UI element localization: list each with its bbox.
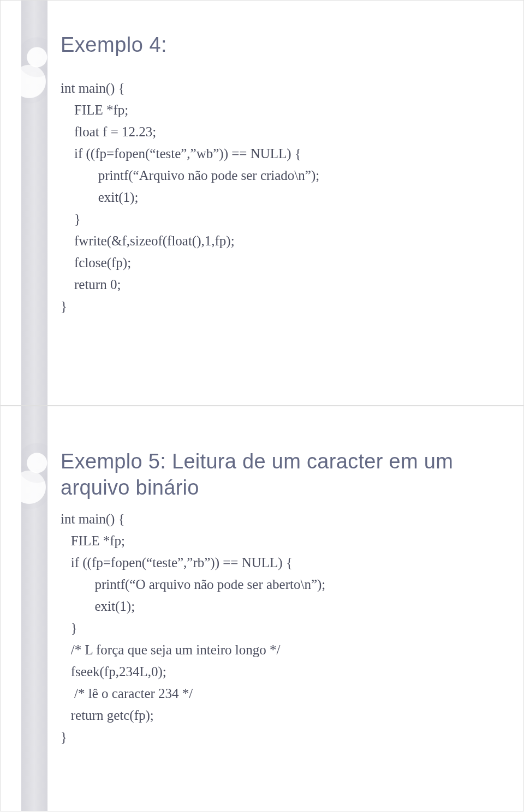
slide-decoration-sidebar — [21, 1, 47, 405]
code-line: return getc(fp); — [61, 705, 494, 726]
code-line: int main() { — [61, 77, 494, 99]
slide-2-code: int main() { FILE *fp; if ((fp=fopen(“te… — [61, 508, 494, 748]
slide-1-content: Exemplo 4: int main() { FILE *fp; float … — [61, 33, 494, 317]
slide-2: Exemplo 5: Leitura de um caracter em um … — [0, 406, 524, 811]
slide-decoration-sidebar — [21, 406, 47, 811]
code-line: printf(“Arquivo não pode ser criado\n”); — [61, 165, 494, 187]
code-line: FILE *fp; — [61, 530, 494, 552]
code-line: } — [61, 726, 494, 748]
code-line: /* L força que seja um inteiro longo */ — [61, 639, 494, 661]
code-line: } — [61, 208, 494, 230]
code-line: int main() { — [61, 508, 494, 530]
code-line: /* lê o caracter 234 */ — [61, 683, 494, 705]
code-line: printf(“O arquivo não pode ser aberto\n”… — [61, 574, 494, 596]
code-line: float f = 12.23; — [61, 121, 494, 143]
code-line: if ((fp=fopen(“teste”,”rb”)) == NULL) { — [61, 552, 494, 574]
slide-1-title: Exemplo 4: — [61, 33, 494, 57]
code-line: FILE *fp; — [61, 99, 494, 121]
slide-1-code: int main() { FILE *fp; float f = 12.23; … — [61, 77, 494, 317]
code-line: fclose(fp); — [61, 252, 494, 274]
code-line: } — [61, 617, 494, 639]
slide-2-title: Exemplo 5: Leitura de um caracter em um … — [61, 449, 494, 501]
code-line: return 0; — [61, 274, 494, 296]
code-line: fwrite(&f,sizeof(float(),1,fp); — [61, 230, 494, 252]
code-line: exit(1); — [61, 596, 494, 617]
code-line: exit(1); — [61, 187, 494, 208]
slide-1: Exemplo 4: int main() { FILE *fp; float … — [0, 0, 524, 406]
code-line: fseek(fp,234L,0); — [61, 661, 494, 683]
code-line: } — [61, 296, 494, 317]
slide-2-content: Exemplo 5: Leitura de um caracter em um … — [61, 449, 494, 748]
code-line: if ((fp=fopen(“teste”,”wb”)) == NULL) { — [61, 143, 494, 165]
